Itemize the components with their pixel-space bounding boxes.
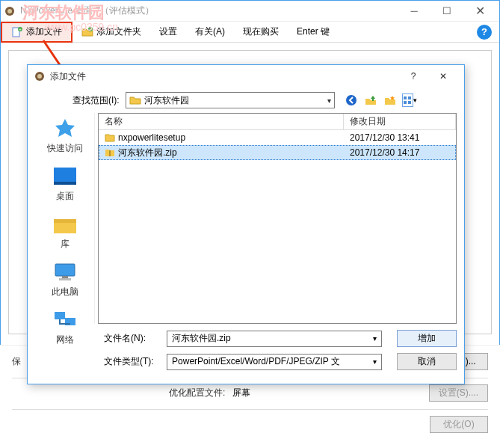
file-list-rows: nxpowerlitesetup2017/12/30 13:41河东软件园.zi…: [99, 130, 456, 323]
network-icon: [52, 309, 78, 331]
add-file-icon: +: [11, 26, 23, 38]
place-network-label: 网络: [56, 334, 74, 346]
file-date: 2017/12/30 13:41: [350, 132, 419, 143]
file-row[interactable]: nxpowerlitesetup2017/12/30 13:41: [99, 130, 456, 145]
minimize-button[interactable]: ─: [398, 1, 430, 21]
menu-settings[interactable]: 设置: [150, 22, 186, 43]
settings-button[interactable]: 设置(S)....: [429, 384, 488, 402]
dialog-titlebar: 添加文件 ? ✕: [28, 65, 464, 88]
main-divider-2: [12, 409, 488, 410]
folder-icon: [129, 94, 141, 106]
place-libraries[interactable]: 库: [39, 210, 91, 254]
svg-point-10: [346, 95, 357, 105]
chevron-down-icon: ▾: [373, 358, 377, 366]
menu-enter-key[interactable]: Enter 键: [288, 22, 339, 43]
thispc-icon: [52, 261, 78, 283]
place-network[interactable]: 网络: [39, 306, 91, 349]
svg-rect-13: [404, 101, 407, 104]
svg-rect-19: [62, 276, 68, 278]
save-label: 保: [12, 355, 21, 368]
dialog-nav-icons: ▾: [344, 93, 417, 108]
menu-buy-now-label: 现在购买: [243, 25, 279, 38]
menu-enter-key-label: Enter 键: [297, 25, 330, 38]
dialog-main: 快速访问 桌面 库 此电脑 网络: [35, 113, 457, 324]
svg-rect-16: [54, 182, 76, 185]
svg-rect-15: [54, 168, 76, 184]
svg-rect-20: [59, 278, 71, 280]
lookin-row: 查找范围(I): 河东软件园 ▾ ▾: [72, 92, 457, 108]
dialog-bottom: 文件名(N): 河东软件园.zip ▾ 增加 文件类型(T): PowerPoi…: [104, 330, 457, 376]
dialog-close-button[interactable]: ✕: [428, 66, 458, 87]
file-list[interactable]: 名称 修改日期 nxpowerlitesetup2017/12/30 13:41…: [98, 113, 457, 324]
filename-label: 文件名(N):: [104, 332, 161, 345]
menu-about[interactable]: 有关(A): [186, 22, 234, 43]
close-button[interactable]: ✕: [463, 1, 496, 21]
menu-settings-label: 设置: [159, 25, 177, 38]
dialog-help-button[interactable]: ?: [398, 66, 428, 87]
cancel-button[interactable]: 取消: [397, 353, 457, 370]
svg-rect-12: [408, 96, 411, 99]
svg-point-9: [37, 74, 42, 79]
chevron-down-icon: ▾: [373, 334, 377, 343]
column-name[interactable]: 名称: [99, 114, 344, 129]
filename-combo[interactable]: 河东软件园.zip ▾: [167, 331, 382, 347]
view-menu-button[interactable]: ▾: [402, 93, 417, 108]
back-button[interactable]: [344, 93, 359, 108]
add-file-dialog: 添加文件 ? ✕ 查找范围(I): 河东软件园 ▾ ▾: [27, 64, 465, 384]
file-row[interactable]: 河东软件园.zip2017/12/30 14:17: [99, 145, 456, 160]
file-name: nxpowerlitesetup: [118, 132, 185, 143]
place-libraries-label: 库: [61, 238, 70, 251]
optimize-button[interactable]: 优化(O): [430, 416, 488, 433]
svg-rect-11: [404, 96, 407, 99]
svg-point-1: [7, 9, 12, 13]
help-icon[interactable]: ?: [477, 25, 492, 40]
svg-rect-23: [109, 150, 111, 156]
profile-value: 屏幕: [232, 387, 250, 399]
menu-buy-now[interactable]: 现在购买: [234, 22, 288, 43]
place-desktop[interactable]: 桌面: [39, 162, 91, 206]
filetype-value: PowerPoint/Excel/Word/PDF/JPEG/ZIP 文: [172, 355, 340, 368]
dialog-body: 查找范围(I): 河东软件园 ▾ ▾ 快速访问 桌: [28, 88, 464, 384]
filetype-combo[interactable]: PowerPoint/Excel/Word/PDF/JPEG/ZIP 文 ▾: [167, 354, 382, 370]
file-date: 2017/12/30 14:17: [350, 147, 419, 158]
libraries-icon: [52, 213, 78, 236]
place-desktop-label: 桌面: [56, 190, 74, 203]
profile-label: 优化配置文件:: [169, 387, 225, 399]
lookin-label: 查找范围(I):: [72, 94, 120, 107]
filename-value: 河东软件园.zip: [172, 332, 231, 345]
svg-rect-17: [54, 219, 76, 223]
place-quick-label: 快速访问: [47, 142, 83, 155]
quick-access-icon: [52, 117, 78, 140]
file-list-header: 名称 修改日期: [99, 114, 456, 130]
file-name: 河东软件园.zip: [118, 147, 177, 159]
maximize-button[interactable]: ☐: [430, 1, 463, 21]
menu-about-label: 有关(A): [195, 25, 225, 38]
lookin-combo[interactable]: 河东软件园 ▾: [126, 92, 335, 108]
new-folder-button[interactable]: [383, 93, 398, 108]
svg-rect-21: [55, 312, 65, 319]
app-icon: [4, 5, 16, 17]
place-thispc[interactable]: 此电脑: [39, 258, 91, 301]
dialog-title: 添加文件: [50, 70, 398, 83]
lookin-value: 河东软件园: [144, 94, 327, 107]
folder-icon: [105, 132, 115, 143]
watermark-url: www.pc0359.cn: [45, 21, 118, 33]
filetype-label: 文件类型(T):: [104, 355, 161, 368]
add-button[interactable]: 增加: [397, 330, 457, 347]
svg-rect-14: [408, 101, 411, 104]
zip-icon: [105, 147, 115, 158]
desktop-icon: [52, 165, 78, 188]
window-buttons: ─ ☐ ✕: [398, 1, 496, 21]
place-thispc-label: 此电脑: [52, 286, 78, 298]
dialog-icon: [34, 70, 46, 82]
place-quick-access[interactable]: 快速访问: [39, 114, 91, 158]
places-bar: 快速访问 桌面 库 此电脑 网络: [35, 113, 95, 324]
column-date[interactable]: 修改日期: [344, 114, 456, 129]
chevron-down-icon: ▾: [327, 96, 331, 105]
svg-rect-18: [55, 264, 75, 276]
up-button[interactable]: [363, 93, 378, 108]
svg-text:+: +: [19, 27, 22, 31]
